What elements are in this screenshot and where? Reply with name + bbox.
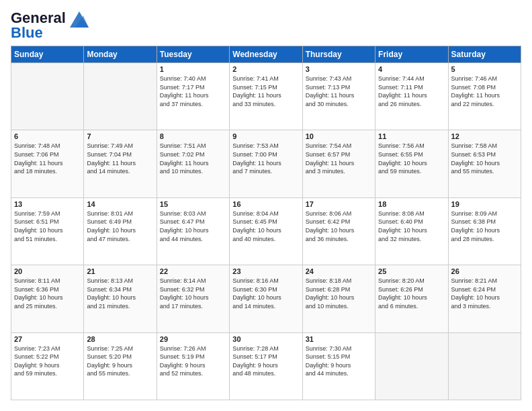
- day-info: Sunrise: 7:40 AM Sunset: 7:17 PM Dayligh…: [160, 75, 226, 108]
- calendar-cell: 20Sunrise: 8:11 AM Sunset: 6:36 PM Dayli…: [11, 265, 84, 332]
- day-info: Sunrise: 7:58 AM Sunset: 6:53 PM Dayligh…: [451, 142, 518, 175]
- calendar-cell: [448, 332, 521, 400]
- day-info: Sunrise: 8:13 AM Sunset: 6:34 PM Dayligh…: [87, 277, 153, 310]
- day-info: Sunrise: 7:43 AM Sunset: 7:13 PM Dayligh…: [306, 75, 372, 108]
- calendar-cell: 18Sunrise: 8:08 AM Sunset: 6:40 PM Dayli…: [375, 197, 448, 265]
- day-number: 24: [306, 267, 372, 275]
- logo-general: General: [11, 11, 66, 26]
- day-number: 2: [232, 65, 299, 73]
- calendar-cell: 24Sunrise: 8:18 AM Sunset: 6:28 PM Dayli…: [302, 265, 375, 332]
- day-info: Sunrise: 7:23 AM Sunset: 5:22 PM Dayligh…: [14, 345, 81, 378]
- week-row-2: 6Sunrise: 7:48 AM Sunset: 7:06 PM Daylig…: [11, 130, 521, 197]
- day-number: 9: [232, 132, 299, 140]
- day-info: Sunrise: 7:25 AM Sunset: 5:20 PM Dayligh…: [87, 345, 153, 378]
- weekday-header-sunday: Sunday: [11, 46, 84, 63]
- day-info: Sunrise: 8:08 AM Sunset: 6:40 PM Dayligh…: [378, 210, 445, 243]
- day-info: Sunrise: 7:28 AM Sunset: 5:17 PM Dayligh…: [232, 345, 299, 378]
- day-number: 7: [87, 132, 153, 140]
- calendar-cell: 15Sunrise: 8:03 AM Sunset: 6:47 PM Dayli…: [157, 197, 229, 265]
- day-number: 13: [14, 200, 81, 208]
- calendar-cell: 25Sunrise: 8:20 AM Sunset: 6:26 PM Dayli…: [375, 265, 448, 332]
- day-info: Sunrise: 8:04 AM Sunset: 6:45 PM Dayligh…: [232, 210, 299, 243]
- day-number: 21: [87, 267, 153, 275]
- day-number: 8: [160, 132, 226, 140]
- day-number: 25: [378, 267, 445, 275]
- calendar-cell: [11, 63, 84, 130]
- calendar-cell: 12Sunrise: 7:58 AM Sunset: 6:53 PM Dayli…: [448, 130, 521, 197]
- calendar-cell: 8Sunrise: 7:51 AM Sunset: 7:02 PM Daylig…: [157, 130, 229, 197]
- day-number: 19: [451, 200, 518, 208]
- weekday-header-tuesday: Tuesday: [157, 46, 229, 63]
- day-info: Sunrise: 8:18 AM Sunset: 6:28 PM Dayligh…: [306, 277, 372, 310]
- calendar-cell: 11Sunrise: 7:56 AM Sunset: 6:55 PM Dayli…: [375, 130, 448, 197]
- day-number: 23: [232, 267, 299, 275]
- calendar-cell: 4Sunrise: 7:44 AM Sunset: 7:11 PM Daylig…: [375, 63, 448, 130]
- day-number: 31: [306, 335, 372, 343]
- calendar-cell: 22Sunrise: 8:14 AM Sunset: 6:32 PM Dayli…: [157, 265, 229, 332]
- day-number: 17: [306, 200, 372, 208]
- calendar-cell: 21Sunrise: 8:13 AM Sunset: 6:34 PM Dayli…: [84, 265, 157, 332]
- day-info: Sunrise: 8:11 AM Sunset: 6:36 PM Dayligh…: [14, 277, 81, 310]
- day-number: 20: [14, 267, 81, 275]
- calendar-cell: 23Sunrise: 8:16 AM Sunset: 6:30 PM Dayli…: [230, 265, 302, 332]
- header: General Blue: [11, 11, 521, 40]
- day-info: Sunrise: 7:30 AM Sunset: 5:15 PM Dayligh…: [306, 345, 372, 378]
- calendar-cell: 5Sunrise: 7:46 AM Sunset: 7:08 PM Daylig…: [448, 63, 521, 130]
- calendar-cell: 28Sunrise: 7:25 AM Sunset: 5:20 PM Dayli…: [84, 332, 157, 400]
- day-info: Sunrise: 8:03 AM Sunset: 6:47 PM Dayligh…: [160, 210, 226, 243]
- logo-blue: Blue: [11, 26, 66, 40]
- calendar-cell: 26Sunrise: 8:21 AM Sunset: 6:24 PM Dayli…: [448, 265, 521, 332]
- day-number: 14: [87, 200, 153, 208]
- day-number: 28: [87, 335, 153, 343]
- day-info: Sunrise: 8:01 AM Sunset: 6:49 PM Dayligh…: [87, 210, 153, 243]
- day-number: 1: [160, 65, 226, 73]
- day-number: 12: [451, 132, 518, 140]
- day-info: Sunrise: 8:14 AM Sunset: 6:32 PM Dayligh…: [160, 277, 226, 310]
- day-info: Sunrise: 8:16 AM Sunset: 6:30 PM Dayligh…: [232, 277, 299, 310]
- day-number: 6: [14, 132, 81, 140]
- page: General Blue SundayMondayTuesdayWednesda…: [0, 0, 532, 411]
- week-row-1: 1Sunrise: 7:40 AM Sunset: 7:17 PM Daylig…: [11, 63, 521, 130]
- day-info: Sunrise: 7:59 AM Sunset: 6:51 PM Dayligh…: [14, 210, 81, 243]
- day-info: Sunrise: 7:49 AM Sunset: 7:04 PM Dayligh…: [87, 142, 153, 175]
- week-row-4: 20Sunrise: 8:11 AM Sunset: 6:36 PM Dayli…: [11, 265, 521, 332]
- calendar-cell: 7Sunrise: 7:49 AM Sunset: 7:04 PM Daylig…: [84, 130, 157, 197]
- day-number: 30: [232, 335, 299, 343]
- day-number: 27: [14, 335, 81, 343]
- day-info: Sunrise: 7:46 AM Sunset: 7:08 PM Dayligh…: [451, 75, 518, 108]
- calendar-cell: 17Sunrise: 8:06 AM Sunset: 6:42 PM Dayli…: [302, 197, 375, 265]
- calendar-cell: 10Sunrise: 7:54 AM Sunset: 6:57 PM Dayli…: [302, 130, 375, 197]
- calendar-cell: 3Sunrise: 7:43 AM Sunset: 7:13 PM Daylig…: [302, 63, 375, 130]
- day-number: 5: [451, 65, 518, 73]
- logo-icon: [69, 9, 90, 30]
- day-info: Sunrise: 8:20 AM Sunset: 6:26 PM Dayligh…: [378, 277, 445, 310]
- weekday-header-saturday: Saturday: [448, 46, 521, 63]
- calendar-cell: 1Sunrise: 7:40 AM Sunset: 7:17 PM Daylig…: [157, 63, 229, 130]
- calendar-table: SundayMondayTuesdayWednesdayThursdayFrid…: [11, 46, 521, 400]
- day-info: Sunrise: 7:41 AM Sunset: 7:15 PM Dayligh…: [232, 75, 299, 108]
- calendar-cell: 30Sunrise: 7:28 AM Sunset: 5:17 PM Dayli…: [230, 332, 302, 400]
- week-row-5: 27Sunrise: 7:23 AM Sunset: 5:22 PM Dayli…: [11, 332, 521, 400]
- day-info: Sunrise: 8:21 AM Sunset: 6:24 PM Dayligh…: [451, 277, 518, 310]
- calendar-cell: [375, 332, 448, 400]
- weekday-header-wednesday: Wednesday: [230, 46, 302, 63]
- day-number: 11: [378, 132, 445, 140]
- day-number: 10: [306, 132, 372, 140]
- day-info: Sunrise: 7:26 AM Sunset: 5:19 PM Dayligh…: [160, 345, 226, 378]
- day-info: Sunrise: 7:48 AM Sunset: 7:06 PM Dayligh…: [14, 142, 81, 175]
- calendar-cell: 16Sunrise: 8:04 AM Sunset: 6:45 PM Dayli…: [230, 197, 302, 265]
- day-number: 16: [232, 200, 299, 208]
- day-info: Sunrise: 8:09 AM Sunset: 6:38 PM Dayligh…: [451, 210, 518, 243]
- day-number: 26: [451, 267, 518, 275]
- calendar-cell: 27Sunrise: 7:23 AM Sunset: 5:22 PM Dayli…: [11, 332, 84, 400]
- day-info: Sunrise: 7:53 AM Sunset: 7:00 PM Dayligh…: [232, 142, 299, 175]
- calendar-cell: 2Sunrise: 7:41 AM Sunset: 7:15 PM Daylig…: [230, 63, 302, 130]
- calendar-cell: 9Sunrise: 7:53 AM Sunset: 7:00 PM Daylig…: [230, 130, 302, 197]
- calendar-cell: 6Sunrise: 7:48 AM Sunset: 7:06 PM Daylig…: [11, 130, 84, 197]
- day-number: 18: [378, 200, 445, 208]
- weekday-header-thursday: Thursday: [302, 46, 375, 63]
- day-number: 15: [160, 200, 226, 208]
- calendar-cell: [84, 63, 157, 130]
- calendar-cell: 31Sunrise: 7:30 AM Sunset: 5:15 PM Dayli…: [302, 332, 375, 400]
- day-info: Sunrise: 7:54 AM Sunset: 6:57 PM Dayligh…: [306, 142, 372, 175]
